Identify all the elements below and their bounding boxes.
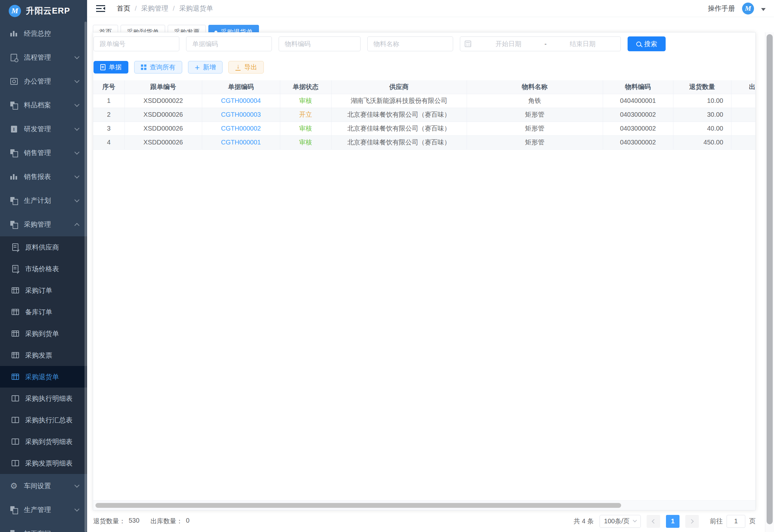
- document-icon: [100, 64, 105, 70]
- sidebar-item-production-plan[interactable]: 生产计划: [0, 189, 87, 212]
- chevron-up-icon: [74, 223, 80, 228]
- sidebar-item-biz-overview[interactable]: 经营总控: [0, 22, 87, 45]
- user-avatar[interactable]: M: [742, 3, 754, 15]
- chevron-down-icon: [74, 54, 80, 59]
- app-root: M 升阳云ERP 经营总控 流程管理 办公管理 料品档案 研发管理: [0, 0, 774, 532]
- chevron-down-icon: [74, 506, 80, 511]
- track-no-input[interactable]: [94, 36, 179, 51]
- app-title: 升阳云ERP: [26, 5, 70, 16]
- chevron-left-icon: [652, 519, 656, 523]
- search-icon: [636, 42, 641, 46]
- doc-edit-icon: [11, 265, 19, 273]
- grid-icon: [141, 64, 146, 70]
- sidebar: M 升阳云ERP 经营总控 流程管理 办公管理 料品档案 研发管理: [0, 0, 87, 532]
- out-qty-total: 出库数量： 0: [150, 517, 189, 526]
- doc-no-link[interactable]: CGTH000003: [221, 111, 261, 118]
- sidebar-item-purchase-return[interactable]: 采购退货单: [0, 366, 87, 388]
- sidebar-item-process-workshop[interactable]: 加工车间: [0, 522, 87, 532]
- logo-icon: M: [9, 5, 21, 17]
- doc-no-link[interactable]: CGTH000001: [221, 139, 261, 146]
- sidebar-item-market-price[interactable]: 市场价格表: [0, 258, 87, 280]
- sidebar-item-rnd-mgmt[interactable]: 研发管理: [0, 117, 87, 141]
- horizontal-scrollbar-thumb[interactable]: [95, 503, 621, 508]
- doc-no-link[interactable]: CGTH000004: [221, 97, 261, 104]
- sidebar-item-workshop-settings[interactable]: ⚙ 车间设置: [0, 474, 87, 498]
- copy-doc-icon: [10, 529, 18, 532]
- chevron-down-icon: [74, 125, 80, 131]
- doc-edit-icon: [11, 243, 19, 251]
- gear-icon: ⚙: [10, 482, 18, 490]
- sidebar-item-purchase-invoice-detail[interactable]: 采购发票明细表: [0, 452, 87, 474]
- sidebar-scrollbar[interactable]: [84, 22, 87, 532]
- copy-doc-icon: [10, 149, 18, 157]
- open-book-icon: [11, 438, 19, 446]
- status-badge: 审核: [299, 125, 312, 132]
- col-material-name: 物料名称: [467, 80, 603, 94]
- breadcrumb-home[interactable]: 首页: [117, 4, 130, 13]
- date-separator: -: [544, 40, 547, 48]
- table-header-row: 序号 跟单编号 单据编码 单据状态 供应商 物料名称 物料编码 退货数量 出库数…: [93, 80, 755, 94]
- vertical-scrollbar-thumb[interactable]: [767, 34, 773, 524]
- sidebar-item-process-mgmt[interactable]: 流程管理: [0, 45, 87, 69]
- total-count: 共 4 条: [574, 517, 594, 526]
- document-button[interactable]: 单据: [94, 61, 128, 74]
- next-page-button[interactable]: [685, 515, 699, 528]
- open-book-icon: [11, 459, 19, 468]
- sidebar-item-purchase-mgmt[interactable]: 采购管理: [0, 212, 87, 236]
- chevron-down-icon: [74, 173, 80, 178]
- sidebar-item-raw-supplier[interactable]: 原料供应商: [0, 236, 87, 258]
- breadcrumb-purchase-mgmt: 采购管理: [141, 4, 168, 13]
- sidebar-item-material-archive[interactable]: 料品档案: [0, 93, 87, 117]
- chevron-right-icon: [689, 519, 694, 523]
- bar-chart-icon: [10, 172, 18, 181]
- breadcrumb-separator: /: [135, 5, 137, 12]
- add-button[interactable]: + 新增: [188, 61, 223, 74]
- sidebar-item-production-mgmt[interactable]: 生产管理: [0, 498, 87, 522]
- download-icon: [235, 64, 241, 71]
- search-button[interactable]: 搜索: [628, 36, 666, 51]
- sidebar-item-purchase-order[interactable]: 采购订单: [0, 280, 87, 301]
- sidebar-item-sales-report[interactable]: 销售报表: [0, 165, 87, 189]
- material-code-input[interactable]: [279, 36, 361, 51]
- breadcrumb: 首页 / 采购管理 / 采购退货单: [117, 4, 213, 13]
- copy-doc-icon: [10, 506, 18, 514]
- sidebar-item-stock-order[interactable]: 备库订单: [0, 301, 87, 323]
- status-badge: 审核: [299, 97, 312, 104]
- user-menu-caret-icon[interactable]: [761, 8, 766, 13]
- chevron-down-icon: [74, 482, 80, 488]
- bar-chart-icon: [10, 29, 18, 38]
- copy-doc-icon: [10, 220, 18, 229]
- material-name-input[interactable]: [367, 36, 453, 51]
- toolbar: 单据 查询所有 + 新增 导出: [93, 61, 755, 74]
- open-book-icon: [11, 394, 19, 403]
- date-range-picker[interactable]: 开始日期 - 结束日期: [460, 36, 621, 51]
- collapse-menu-icon[interactable]: [96, 5, 105, 12]
- col-track-no: 跟单编号: [124, 80, 202, 94]
- sidebar-item-purchase-invoice[interactable]: 采购发票: [0, 344, 87, 366]
- export-button[interactable]: 导出: [228, 61, 264, 74]
- doc-no-link[interactable]: CGTH000002: [221, 125, 261, 132]
- sidebar-item-purchase-arrival[interactable]: 采购到货单: [0, 323, 87, 344]
- current-page-button[interactable]: 1: [666, 515, 680, 528]
- table-grid-icon: [11, 330, 19, 338]
- header-right: 操作手册 M: [708, 3, 766, 15]
- sidebar-item-purchase-arrival-detail[interactable]: 采购到货明细表: [0, 431, 87, 452]
- footer-bar: 退货数量： 530 出库数量： 0 共 4 条 100条/页 1 前往: [93, 510, 756, 532]
- badge-icon: [10, 125, 18, 133]
- query-all-button[interactable]: 查询所有: [134, 61, 182, 74]
- sidebar-item-sales-mgmt[interactable]: 销售管理: [0, 141, 87, 165]
- sidebar-item-office-mgmt[interactable]: 办公管理: [0, 69, 87, 93]
- doc-no-input[interactable]: [186, 36, 272, 51]
- manual-link[interactable]: 操作手册: [708, 4, 735, 13]
- col-status: 单据状态: [280, 80, 331, 94]
- page-size-select[interactable]: 100条/页: [600, 515, 641, 528]
- top-header: 首页 / 采购管理 / 采购退货单 操作手册 M: [87, 0, 774, 17]
- chevron-down-icon: [74, 197, 80, 202]
- table-row: 4 XSDD000026 CGTH000001 审核 北京赛佳味餐饮有限公司（赛…: [93, 135, 755, 149]
- data-table-container: 序号 跟单编号 单据编码 单据状态 供应商 物料名称 物料编码 退货数量 出库数…: [93, 80, 755, 150]
- sidebar-item-purchase-exec-summary[interactable]: 采购执行汇总表: [0, 409, 87, 431]
- prev-page-button[interactable]: [647, 515, 660, 528]
- goto-page-input[interactable]: [727, 515, 745, 528]
- app-logo: M 升阳云ERP: [0, 0, 87, 22]
- sidebar-item-purchase-exec-detail[interactable]: 采购执行明细表: [0, 388, 87, 409]
